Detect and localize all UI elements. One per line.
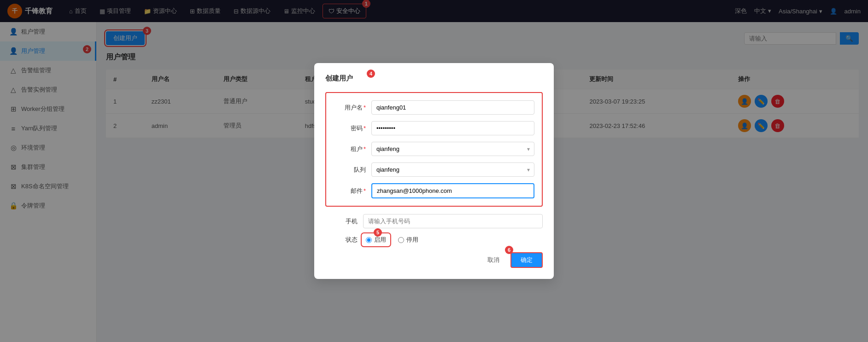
- form-row-tenant: 租户* qianfeng: [334, 142, 534, 156]
- tenant-select[interactable]: qianfeng: [371, 142, 534, 156]
- username-label: 用户名*: [334, 104, 366, 112]
- phone-label: 手机: [325, 217, 358, 226]
- form-row-email: 邮件*: [334, 183, 534, 198]
- status-enable-radio[interactable]: [366, 237, 372, 243]
- modal-title: 创建用户 4: [325, 74, 543, 83]
- password-input[interactable]: [371, 121, 534, 135]
- email-label: 邮件*: [334, 187, 366, 195]
- annotation-5: 5: [374, 228, 382, 237]
- form-row-status: 状态 启用 停用 5: [325, 235, 543, 245]
- create-user-modal: 创建用户 4 用户名* 密码* 租户*: [314, 63, 554, 279]
- annotation-4: 4: [367, 70, 375, 78]
- queue-select[interactable]: qianfeng: [371, 162, 534, 177]
- modal-form-outline: 用户名* 密码* 租户* qianfeng: [325, 92, 543, 207]
- tenant-select-wrap: qianfeng: [371, 142, 534, 156]
- username-input[interactable]: [371, 100, 534, 115]
- status-label: 状态: [325, 236, 358, 244]
- tenant-label: 租户*: [334, 145, 366, 153]
- modal-overlay[interactable]: 创建用户 4 用户名* 密码* 租户*: [0, 0, 868, 342]
- status-disable-radio[interactable]: [398, 237, 404, 243]
- form-row-password: 密码*: [334, 121, 534, 135]
- cancel-button[interactable]: 取消: [482, 253, 505, 267]
- queue-select-wrap: qianfeng: [371, 162, 534, 177]
- status-radio-group: 启用 停用: [363, 235, 543, 245]
- password-label: 密码*: [334, 124, 366, 133]
- form-row-phone: 手机: [325, 214, 543, 228]
- annotation-6: 6: [505, 246, 513, 254]
- modal-footer: 6 取消 确定: [325, 252, 543, 268]
- form-row-queue: 队列 qianfeng: [334, 162, 534, 177]
- phone-input[interactable]: [363, 214, 543, 228]
- status-disable[interactable]: 停用: [398, 236, 418, 244]
- form-row-username: 用户名*: [334, 100, 534, 115]
- email-input[interactable]: [371, 183, 534, 198]
- queue-label: 队列: [334, 166, 366, 174]
- confirm-button[interactable]: 确定: [510, 252, 543, 268]
